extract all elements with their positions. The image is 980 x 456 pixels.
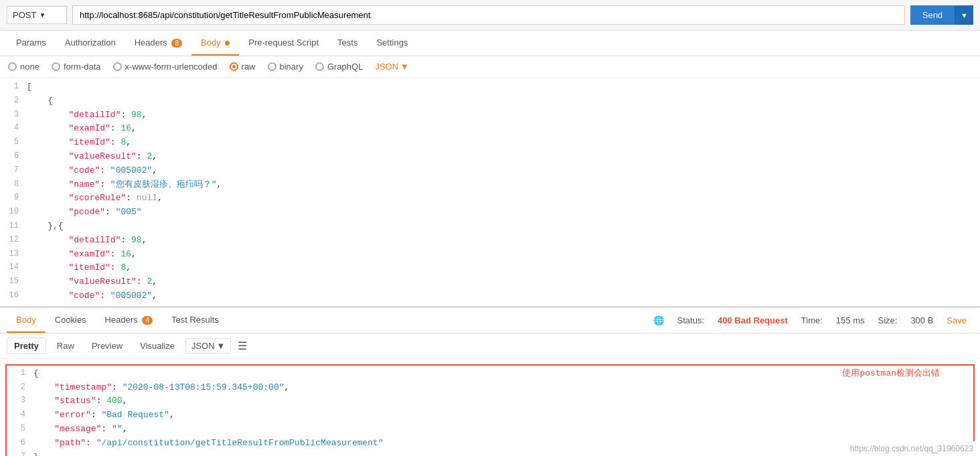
footer: https://blog.csdn.net/qq_31960623 (843, 441, 980, 456)
tab-headers[interactable]: Headers 8 (125, 31, 191, 56)
url-input[interactable] (72, 5, 905, 25)
json-dropdown-icon: ▼ (400, 62, 409, 72)
send-dropdown-button[interactable]: ▼ (955, 5, 973, 25)
tab-body[interactable]: Body (191, 31, 239, 56)
req-line-2: 2 { (0, 94, 980, 108)
req-line-13: 13 "examId": 16, (0, 248, 980, 262)
globe-icon: 🌐 (653, 315, 664, 325)
method-dropdown-icon: ▼ (39, 11, 46, 19)
resp-headers-badge: 4 (142, 316, 153, 325)
resp-line-1: 1 { (7, 367, 973, 381)
req-line-7: 7 "code": "005002", (0, 164, 980, 178)
tab-tests[interactable]: Tests (328, 31, 367, 56)
req-line-4: 4 "examId": 16, (0, 122, 980, 136)
error-annotation: 使用postman检测会出错 (842, 367, 940, 379)
opt-none[interactable]: none (8, 62, 39, 72)
req-line-5: 5 "itemId": 8, (0, 136, 980, 150)
opt-raw[interactable]: raw (230, 62, 256, 72)
tab-params[interactable]: Params (7, 31, 56, 56)
opt-urlencoded[interactable]: x-www-form-urlencoded (113, 62, 218, 72)
radio-binary (268, 62, 276, 71)
radio-none (8, 62, 17, 71)
request-code-area: 1 [ 2 { 3 "detailId": 98, 4 "examId": 16… (0, 78, 980, 308)
req-line-16: 16 "code": "005002", (0, 289, 980, 303)
response-tabs-bar: Body Cookies Headers 4 Test Results 🌐 St… (0, 308, 980, 333)
headers-badge: 8 (171, 39, 182, 48)
opt-form-data[interactable]: form-data (52, 62, 101, 72)
radio-raw (230, 62, 238, 71)
size-label: Size: (878, 315, 897, 325)
size-value: 300 B (910, 315, 933, 325)
req-line-15: 15 "valueResult": 2, (0, 275, 980, 289)
response-format-bar: Pretty Raw Preview Visualize JSON ▼ ☰ (0, 333, 980, 359)
body-options: none form-data x-www-form-urlencoded raw… (0, 56, 980, 78)
time-label: Time: (801, 315, 823, 325)
req-line-12: 12 "detailId": 98, (0, 234, 980, 248)
radio-form-data (52, 62, 60, 71)
method-select[interactable]: POST ▼ (7, 6, 67, 24)
resp-json-dropdown-icon: ▼ (217, 341, 226, 351)
resp-tabs-row: Body Cookies Headers 4 Test Results (7, 308, 228, 333)
resp-tab-cookies[interactable]: Cookies (46, 308, 96, 333)
send-group: Send ▼ (910, 5, 973, 25)
response-error-box: 1 { 2 "timestamp": "2020-08-13T08:15:59.… (5, 364, 975, 456)
send-button[interactable]: Send (910, 5, 955, 25)
resp-tab-headers[interactable]: Headers 4 (96, 308, 162, 333)
req-line-6: 6 "valueResult": 2, (0, 150, 980, 164)
top-bar: POST ▼ Send ▼ (0, 0, 980, 31)
save-button[interactable]: Save (947, 315, 967, 325)
fmt-preview[interactable]: Preview (85, 338, 129, 354)
response-status-bar: 🌐 Status: 400 Bad Request Time: 155 ms S… (653, 315, 973, 325)
tab-authorization[interactable]: Authorization (56, 31, 125, 56)
resp-line-6: 6 "path": "/api/constitution/getTitleRes… (7, 437, 973, 451)
status-value: 400 Bad Request (718, 315, 788, 325)
radio-urlencoded (113, 62, 122, 71)
tab-prerequest[interactable]: Pre-request Script (239, 31, 328, 56)
method-label: POST (13, 10, 36, 20)
response-area: Body Cookies Headers 4 Test Results 🌐 St… (0, 308, 980, 456)
response-code-area: 使用postman检测会出错 1 { 2 "timestamp": "2020-… (0, 359, 980, 456)
req-line-9: 9 "scoreRule": null, (0, 192, 980, 206)
resp-line-4: 4 "error": "Bad Request", (7, 408, 973, 423)
resp-tab-body[interactable]: Body (7, 308, 46, 333)
req-line-8: 8 "name": "您有皮肤湿疹、疱疖吗？", (0, 178, 980, 192)
json-type-select[interactable]: JSON ▼ (375, 62, 409, 72)
status-label: Status: (677, 315, 704, 325)
resp-line-7: 7 } (7, 451, 973, 456)
radio-graphql (315, 62, 324, 71)
resp-line-5: 5 "message": "", (7, 423, 973, 437)
request-tabs: Params Authorization Headers 8 Body Pre-… (0, 31, 980, 56)
req-line-1: 1 [ (0, 80, 980, 94)
response-json-select[interactable]: JSON ▼ (185, 338, 232, 354)
req-line-3: 3 "detailId": 98, (0, 108, 980, 123)
fmt-raw[interactable]: Raw (50, 338, 81, 354)
opt-graphql[interactable]: GraphQL (315, 62, 363, 72)
time-value: 155 ms (836, 315, 865, 325)
resp-line-3: 3 "status": 400, (7, 394, 973, 408)
wrap-lines-icon[interactable]: ☰ (238, 339, 247, 352)
fmt-pretty[interactable]: Pretty (7, 337, 46, 354)
fmt-visualize[interactable]: Visualize (133, 338, 181, 354)
resp-line-2: 2 "timestamp": "2020-08-13T08:15:59.345+… (7, 381, 973, 395)
opt-binary[interactable]: binary (268, 62, 303, 72)
req-line-11: 11 },{ (0, 220, 980, 234)
resp-tab-test-results[interactable]: Test Results (162, 308, 228, 333)
req-line-10: 10 "pcode": "005" (0, 206, 980, 220)
body-dot (225, 41, 230, 46)
tab-settings[interactable]: Settings (367, 31, 417, 56)
req-line-14: 14 "itemId": 8, (0, 261, 980, 275)
